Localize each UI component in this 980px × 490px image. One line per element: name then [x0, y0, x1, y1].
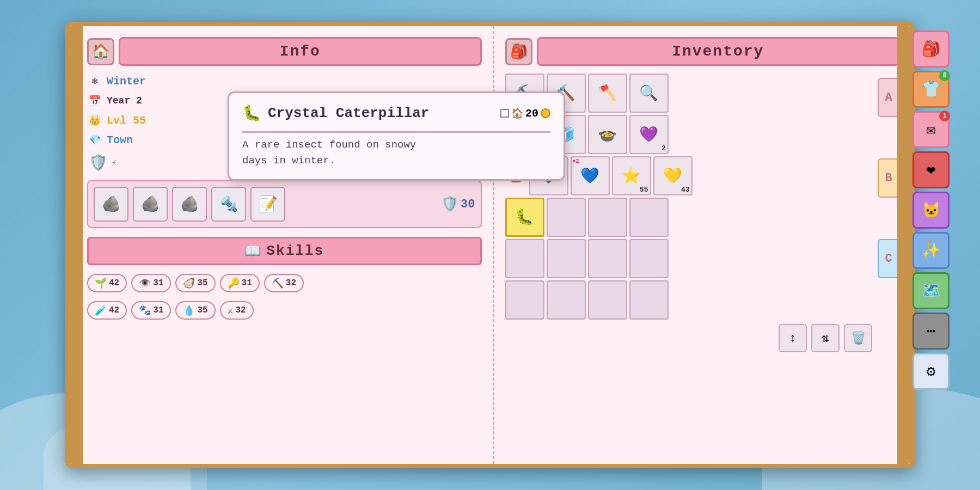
skill-farming[interactable]: 🌱 42 [87, 274, 127, 292]
sidebar-btn-mail[interactable]: ✉️ 1 [912, 111, 950, 148]
game-background: 🏠 Info ❄️ Winter 📅 Year 2 👑 Lvl 55 💎 Tow [0, 0, 980, 490]
equip-slot-2[interactable]: 🪨 [133, 187, 168, 222]
skill-water[interactable]: 💧 35 [175, 301, 215, 320]
book-spine-left [70, 26, 83, 464]
sidebar-btn-wardrobe[interactable]: 👕 8 [912, 71, 950, 108]
tooltip-currency-icon: 🏠 [511, 107, 523, 119]
inventory-actions: ↕ ⇅ 🗑️ [505, 324, 873, 352]
defense-icon: 🛡️ [87, 152, 109, 174]
inv-slot-c2-1[interactable] [505, 280, 544, 320]
equip-slot-3[interactable]: 🪨 [172, 187, 207, 222]
key-icon: 🔑 [228, 277, 240, 289]
inventory-header: 🎒 Inventory [505, 37, 900, 66]
skill-combat[interactable]: ⚔️ 32 [220, 301, 254, 320]
inventory-header-title-box: Inventory [537, 37, 900, 66]
tracking-value: 31 [153, 305, 163, 315]
tooltip-divider [242, 131, 550, 133]
fishing-value: 31 [153, 278, 163, 288]
info-header-icon: 🏠 [87, 38, 114, 65]
info-header-title-box: Info [119, 37, 482, 66]
level-icon: 👑 [87, 113, 102, 128]
inv-slot-blue-heart-2[interactable]: 💙 ♥2 [571, 156, 610, 195]
sidebar-btn-map[interactable]: 🗺️ [912, 272, 950, 309]
inv-slot-c1-4[interactable] [629, 239, 669, 278]
skill-alchemy[interactable]: 🧪 42 [87, 301, 127, 320]
inv-slot-c1-2[interactable] [547, 239, 586, 278]
sidebar-btn-health[interactable]: ❤️ [912, 151, 950, 188]
skill-tracking[interactable]: 🐾 31 [131, 301, 171, 320]
key-value: 31 [242, 278, 252, 288]
defense-number: 30 [461, 198, 475, 211]
skills-title: Skills [266, 243, 324, 259]
cooking-value: 35 [197, 278, 207, 288]
inventory-title: Inventory [672, 43, 764, 60]
skill-fishing[interactable]: 👁️ 31 [131, 274, 171, 292]
inv-slot-caterpillar[interactable]: 🐛 [505, 198, 544, 237]
star-badge: 55 [640, 186, 648, 194]
section-label-b: B [878, 158, 899, 198]
trash-button[interactable]: 🗑️ [844, 324, 872, 352]
town-value: Town [107, 134, 133, 146]
heart-gem-badge: 2 [661, 144, 666, 152]
inventory-header-icon: 🎒 [505, 38, 532, 65]
cooking-icon: 🦪 [183, 277, 195, 289]
water-value: 35 [197, 305, 207, 315]
tooltip-price: 🏠 20 [500, 107, 550, 120]
sidebar-btn-pets[interactable]: 🐱 [912, 192, 950, 229]
inv-slot-c2-2[interactable] [547, 280, 586, 320]
inventory-row-b2: 🐛 [505, 198, 873, 237]
sidebar-btn-settings[interactable]: ⚙️ [912, 353, 950, 390]
sidebar-btn-inventory[interactable]: 🎒 [912, 30, 950, 68]
mail-badge: 1 [939, 111, 950, 121]
season-value: Winter [107, 75, 146, 88]
gold-heart-badge: 43 [681, 186, 690, 194]
inv-slot-heart-gem[interactable]: 💜 2 [629, 115, 669, 154]
level-value: Lvl 55 [107, 114, 146, 127]
info-header: 🏠 Info [87, 37, 482, 66]
tooltip-checkbox [500, 109, 509, 118]
inv-slot-c1-3[interactable] [588, 239, 627, 278]
sort-button[interactable]: ↕ [779, 324, 807, 352]
season-row: ❄️ Winter [87, 74, 482, 89]
info-title: Info [280, 43, 321, 60]
defense-value: 🛡️ 30 [441, 195, 475, 213]
skills-row-1: 🌱 42 👁️ 31 🦪 35 🔑 31 ⛏️ 32 [87, 272, 482, 295]
equip-slot-5[interactable]: 📝 [250, 187, 285, 222]
inv-slot-stew[interactable]: 🍲 [588, 115, 627, 154]
inv-slot-gold-heart[interactable]: 💛 43 [653, 156, 693, 195]
section-label-a: A [878, 78, 899, 117]
book-spine-right [897, 26, 910, 464]
equipment-section: 🪨 🪨 🪨 🔩 📝 🛡️ 30 [87, 180, 482, 228]
mining-value: 32 [286, 278, 296, 288]
tooltip-price-value: 20 [525, 107, 538, 120]
inv-slot-c2-4[interactable] [629, 280, 669, 320]
farming-value: 42 [109, 278, 119, 288]
skill-mining[interactable]: ⛏️ 32 [264, 274, 304, 292]
tracking-icon: 🐾 [139, 304, 151, 316]
inventory-row-c1 [505, 239, 873, 278]
equip-slot-1[interactable]: 🪨 [94, 187, 128, 222]
inv-slot-c2-3[interactable] [588, 280, 627, 320]
sidebar-btn-sparkle[interactable]: ✨ [912, 232, 950, 269]
organize-button[interactable]: ⇅ [811, 324, 840, 352]
tooltip-item-name: Crystal Caterpillar [268, 105, 429, 121]
sidebar-btn-more[interactable]: ⋯ [912, 313, 950, 350]
water-icon: 💧 [183, 304, 195, 316]
combat-value: 32 [235, 305, 246, 315]
inv-slot-c1-1[interactable] [505, 239, 544, 278]
bh2-heart: ♥2 [573, 158, 579, 164]
inv-slot-b2-4[interactable] [629, 198, 669, 237]
inv-slot-star[interactable]: ⭐ 55 [612, 156, 651, 195]
town-icon: 💎 [87, 132, 102, 148]
skill-key[interactable]: 🔑 31 [220, 274, 260, 292]
farming-icon: 🌱 [95, 277, 107, 289]
inv-slot-b2-2[interactable] [547, 198, 586, 237]
inv-slot-b2-3[interactable] [588, 198, 627, 237]
inv-slot-axe[interactable]: 🪓 [588, 74, 627, 113]
tooltip-popup: 🐛 Crystal Caterpillar 🏠 20 A rare insect… [228, 91, 565, 181]
skill-cooking[interactable]: 🦪 35 [175, 274, 215, 292]
inv-slot-magnifier[interactable]: 🔍 [629, 74, 669, 113]
inventory-section-labels: A B C [878, 74, 899, 352]
year-value: Year 2 [107, 95, 142, 106]
equip-slot-4[interactable]: 🔩 [211, 187, 246, 222]
